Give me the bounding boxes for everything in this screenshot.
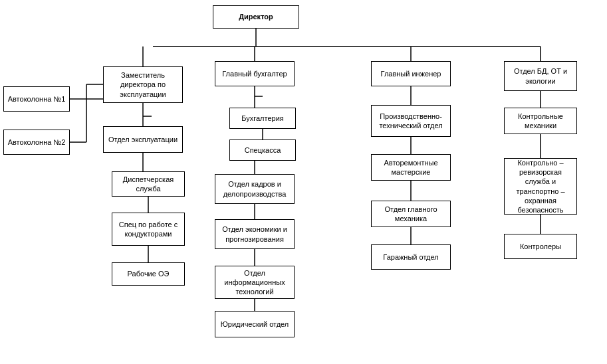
box-garazh_otdel: Гаражный отдел (371, 244, 451, 270)
box-rabochie_oe: Рабочие ОЭ (112, 262, 185, 286)
box-otdel_ekon: Отдел экономики и прогнозирования (215, 219, 295, 249)
box-gl_inzhener: Главный инженер (371, 61, 451, 86)
box-yur_otdel: Юридический отдел (215, 311, 295, 337)
box-zam_dir: Заместитель директора по эксплуатации (103, 66, 183, 103)
box-otdel_bd_ot: Отдел БД, ОТ и экологии (504, 61, 577, 91)
box-buhgalteriya: Бухгалтерия (229, 108, 296, 129)
box-pto: Производственно-технический отдел (371, 105, 451, 137)
box-otdel_eksp: Отдел эксплуатации (103, 126, 183, 153)
org-chart: ДиректорАвтоколонна №1Автоколонна №2Заме… (0, 0, 607, 364)
box-spec_konduk: Спец по работе с кондукторами (112, 213, 185, 246)
box-kontrol_meh: Контрольные механики (504, 108, 577, 134)
box-speckassa: Спецкасса (229, 139, 296, 161)
box-disp_sluzhba: Диспетчерская служба (112, 171, 185, 197)
box-otdel_gl_meh: Отдел главного механика (371, 201, 451, 227)
box-avtokolonna1: Автоколонна №1 (3, 86, 70, 112)
box-direktor: Директор (213, 5, 299, 29)
box-gl_buhgalter: Главный бухгалтер (215, 61, 295, 86)
box-avtoremontnie: Авторемонтные мастерские (371, 154, 451, 181)
box-otdel_it: Отдел информационных технологий (215, 266, 295, 299)
box-otdel_kadrov: Отдел кадров и делопроизводства (215, 174, 295, 204)
box-kontrolery: Контролеры (504, 234, 577, 259)
box-kontrol_rev: Контрольно – ревизорская служба и трансп… (504, 158, 577, 215)
box-avtokolonna2: Автоколонна №2 (3, 130, 70, 155)
